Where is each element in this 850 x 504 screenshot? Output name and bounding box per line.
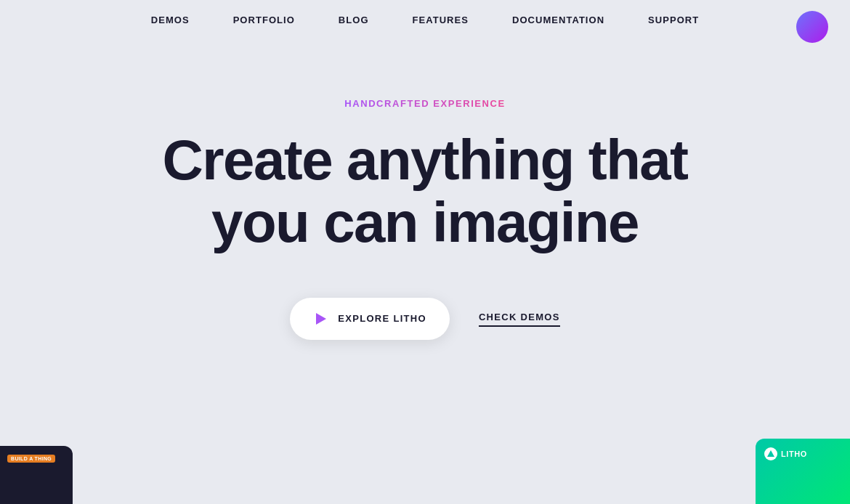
bottom-right-card: LITHO [756, 439, 850, 504]
hero-section: HANDCRAFTED EXPERIENCE Create anything t… [0, 40, 850, 340]
litho-logo-icon [764, 447, 777, 460]
check-demos-button[interactable]: CHECK DEMOS [479, 312, 560, 325]
bottom-left-card-label: BUILD A THING [7, 455, 55, 463]
nav-item-blog[interactable]: BLOG [339, 15, 369, 25]
bottom-left-card: BUILD A THING [0, 446, 73, 504]
navbar: DEMOS PORTFOLIO BLOG FEATURES DOCUMENTAT… [0, 0, 850, 40]
nav-item-documentation[interactable]: DOCUMENTATION [512, 15, 604, 25]
hero-headline-line2: you can imagine [211, 190, 639, 254]
hero-headline-line1: Create anything that [163, 128, 688, 192]
hero-headline: Create anything that you can imagine [163, 129, 688, 254]
nav-item-features[interactable]: FEATURES [413, 15, 469, 25]
play-triangle-icon [316, 313, 326, 325]
nav-item-support[interactable]: SUPPORT [648, 15, 699, 25]
explore-litho-label: EXPLORE LITHO [338, 313, 426, 324]
nav-item-demos[interactable]: DEMOS [151, 15, 190, 25]
cta-row: EXPLORE LITHO CHECK DEMOS [290, 298, 559, 340]
nav-item-portfolio[interactable]: PORTFOLIO [233, 15, 295, 25]
litho-logo-text: LITHO [781, 450, 807, 458]
svg-marker-0 [767, 450, 774, 457]
play-icon [313, 311, 329, 327]
hero-eyebrow: HANDCRAFTED EXPERIENCE [344, 98, 505, 109]
litho-symbol-icon [766, 450, 775, 458]
avatar[interactable] [796, 11, 828, 43]
litho-logo: LITHO [764, 447, 807, 460]
explore-litho-button[interactable]: EXPLORE LITHO [290, 298, 450, 340]
